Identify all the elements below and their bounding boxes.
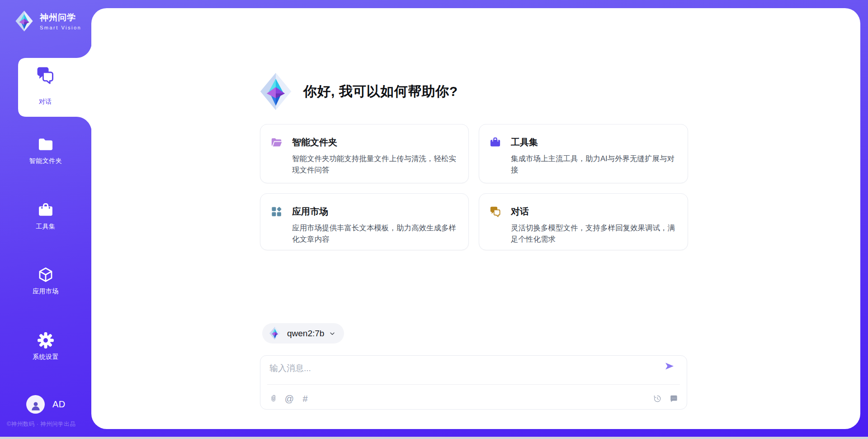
sidebar-item-chat[interactable]: 对话 [17,58,73,115]
sidebar-item-smart-folder[interactable]: 智能文件夹 [0,136,91,165]
card-title: 智能文件夹 [292,136,337,148]
chevron-down-icon [329,330,336,337]
cube-icon [37,266,54,283]
model-selector[interactable]: qwen2:7b [262,323,344,344]
chat-icon [35,65,55,85]
folder-icon [37,136,54,153]
gear-icon [37,332,54,349]
composer-toolbar: @ # [269,392,679,406]
feature-cards: 智能文件夹 智能文件夹功能支持批量文件上传与清洗，轻松实现文件问答 工具集 集成… [260,124,688,250]
avatar [26,395,45,414]
toolbox-icon [37,201,54,219]
brand-gem-icon [14,10,35,32]
message-square-icon [669,394,678,403]
topic-button[interactable]: # [300,393,310,404]
sidebar-item-toolset[interactable]: 工具集 [0,201,91,231]
greeting: 你好, 我可以如何帮助你? [257,72,458,111]
greeting-text: 你好, 我可以如何帮助你? [303,82,458,101]
main-panel: 你好, 我可以如何帮助你? 智能文件夹 智能文件夹功能支持批量文件上传与清洗，轻… [91,8,860,429]
assistant-gem-icon [257,72,295,111]
card-description: 集成市场上主流工具，助力AI与外界无缝扩展与对接 [511,153,677,176]
card-description: 灵活切换多模型文件，支持多样回复效果调试，满足个性化需求 [511,222,677,245]
page-scrollbar[interactable] [0,437,868,439]
grid-icon [270,205,283,218]
brand-subtitle: Smart Vision [40,25,81,30]
paperclip-icon [269,394,278,403]
sidebar-item-label: 应用市场 [33,287,59,296]
user-profile[interactable]: AD [26,395,66,414]
composer-divider [267,384,680,385]
user-initials: AD [52,399,66,410]
card-smart-folder[interactable]: 智能文件夹 智能文件夹功能支持批量文件上传与清洗，轻松实现文件问答 [260,124,469,183]
sidebar: 神州问学 Smart Vision 对话 智能文件夹 工具集 应用市场 [0,0,91,439]
brand-name: 神州问学 [40,12,81,24]
card-title: 应用市场 [292,205,328,218]
brand-logo: 神州问学 Smart Vision [14,10,81,32]
chat-icon [489,205,501,218]
toolbox-icon [489,136,501,148]
history-button[interactable] [652,393,662,404]
history-icon [653,394,662,403]
send-icon[interactable] [664,361,675,372]
folder-open-icon [270,136,283,148]
sidebar-item-label: 系统设置 [33,353,59,361]
attach-file-button[interactable] [269,393,278,404]
model-gem-icon [268,326,282,340]
card-app-market[interactable]: 应用市场 应用市场提供丰富长文本模板，助力高效生成多样化文章内容 [260,193,469,250]
card-description: 应用市场提供丰富长文本模板，助力高效生成多样化文章内容 [292,222,458,245]
card-toolset[interactable]: 工具集 集成市场上主流工具，助力AI与外界无缝扩展与对接 [479,124,688,183]
card-chat[interactable]: 对话 灵活切换多模型文件，支持多样回复效果调试，满足个性化需求 [479,193,688,250]
model-name: qwen2:7b [287,329,324,339]
sidebar-item-label: 对话 [39,98,52,106]
sidebar-item-settings[interactable]: 系统设置 [0,332,91,361]
card-description: 智能文件夹功能支持批量文件上传与清洗，轻松实现文件问答 [292,153,458,176]
card-title: 工具集 [511,136,538,148]
mention-button[interactable]: @ [284,393,294,404]
card-title: 对话 [511,205,529,218]
message-input[interactable] [269,362,631,375]
sidebar-item-label: 智能文件夹 [29,157,62,165]
copyright-text: ©神州数码 · 神州问学出品 [7,420,75,428]
feedback-button[interactable] [669,393,679,404]
message-composer: @ # [260,355,687,410]
sidebar-item-label: 工具集 [36,223,56,231]
person-icon [30,400,42,412]
sidebar-item-app-market[interactable]: 应用市场 [0,266,91,296]
